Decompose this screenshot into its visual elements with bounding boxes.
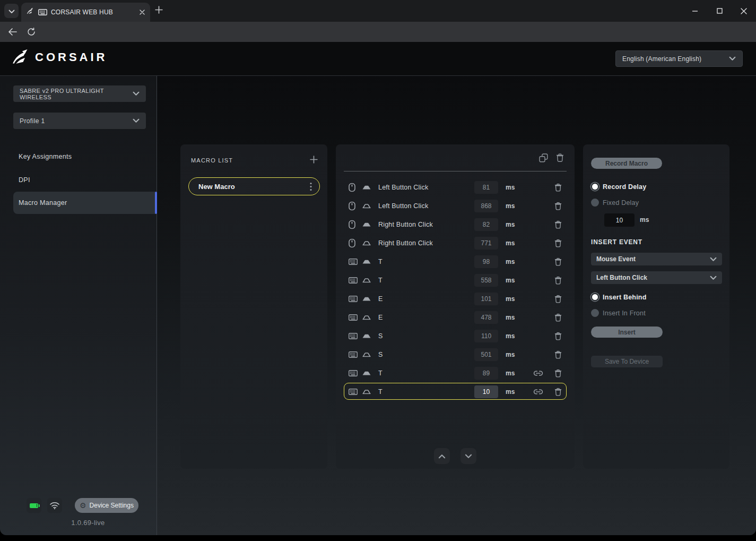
delay-input[interactable]: 478 [474, 311, 498, 324]
macro-event-row[interactable]: Left Button Click81ms [336, 178, 575, 196]
macro-event-row[interactable]: S110ms [336, 327, 575, 345]
delete-event-button[interactable] [554, 350, 562, 359]
nav-label: Macro Manager [19, 199, 67, 207]
record-delay-label: Record Delay [603, 183, 646, 191]
trash-icon[interactable] [556, 153, 564, 162]
save-to-device-button[interactable]: Save To Device [591, 356, 663, 367]
move-down-button[interactable] [460, 448, 476, 464]
battery-icon [30, 503, 38, 508]
new-tab-button[interactable] [155, 6, 163, 14]
keyboard-icon [349, 314, 358, 321]
main-content: MACRO LIST New Macro [157, 76, 756, 535]
device-selector[interactable]: SABRE v2 PRO ULTRALIGHT WIRELESS [13, 85, 146, 102]
macro-event-row[interactable]: T558ms [336, 271, 575, 289]
insert-behind-option[interactable]: Insert Behind [591, 293, 646, 301]
sidebar-item-dpi[interactable]: DPI [0, 168, 157, 192]
macro-event-row[interactable]: E101ms [336, 289, 575, 308]
back-button[interactable] [5, 22, 19, 42]
delay-input[interactable]: 82 [474, 218, 498, 231]
device-value: SABRE v2 PRO ULTRALIGHT WIRELESS [20, 88, 133, 100]
macro-list-title: MACRO LIST [191, 157, 233, 164]
corsair-sails-icon [12, 49, 31, 65]
sidebar-item-macro-manager[interactable]: Macro Manager [13, 192, 157, 214]
insert-button[interactable]: Insert [591, 327, 663, 338]
sidebar-item-key-assignments[interactable]: Key Assignments [0, 145, 157, 168]
delay-input[interactable]: 110 [474, 330, 498, 342]
keyboard-icon [349, 296, 358, 302]
window-maximize-button[interactable] [707, 0, 732, 22]
delete-event-button[interactable] [554, 257, 562, 266]
device-settings-button[interactable]: ⚙ Device Settings [75, 498, 138, 513]
chevron-down-icon [133, 118, 140, 123]
macro-event-row[interactable]: T10ms [336, 382, 575, 401]
delete-event-button[interactable] [554, 238, 562, 247]
macro-event-row[interactable]: Right Button Click82ms [336, 215, 575, 234]
event-label: Left Button Click [378, 184, 428, 191]
keyboard-icon [349, 370, 358, 376]
fixed-delay-input[interactable]: 10 [604, 213, 635, 227]
record-insert-panel: Record Macro Record Delay Fixed Delay 10… [583, 144, 729, 469]
macro-event-row[interactable]: E478ms [336, 308, 575, 327]
link-icon[interactable] [533, 388, 544, 395]
macro-event-row[interactable]: T98ms [336, 252, 575, 271]
delay-unit: ms [506, 184, 515, 191]
delete-event-button[interactable] [554, 220, 562, 229]
nav-label: DPI [19, 176, 30, 184]
wireless-status [47, 498, 62, 513]
profile-selector[interactable]: Profile 1 [13, 113, 146, 129]
delay-input[interactable]: 98 [474, 255, 498, 268]
macro-event-row[interactable]: Right Button Click771ms [336, 234, 575, 252]
macro-event-row[interactable]: T89ms [336, 364, 575, 382]
chevron-down-icon [133, 91, 140, 96]
delay-unit: ms [506, 351, 515, 358]
add-macro-button[interactable] [310, 156, 318, 164]
delay-input[interactable]: 501 [474, 348, 498, 361]
delay-input[interactable]: 10 [474, 385, 498, 398]
delete-event-button[interactable] [554, 183, 562, 192]
keyboard-icon [349, 333, 358, 339]
window-close-button[interactable] [732, 0, 756, 22]
tab-close-icon[interactable] [140, 10, 145, 15]
delay-input[interactable]: 101 [474, 293, 498, 305]
delay-input[interactable]: 868 [474, 200, 498, 212]
delay-input[interactable]: 558 [474, 274, 498, 287]
macro-event-row[interactable]: S501ms [336, 345, 575, 364]
device-settings-label: Device Settings [90, 502, 134, 509]
insert-in-front-option[interactable]: Insert In Front [591, 309, 646, 317]
key-press-icon [362, 333, 371, 338]
delay-input[interactable]: 81 [474, 181, 498, 194]
delete-event-button[interactable] [554, 368, 562, 377]
delete-event-button[interactable] [554, 387, 562, 396]
macro-event-row[interactable]: Left Button Click868ms [336, 196, 575, 215]
fixed-delay-unit: ms [640, 216, 649, 224]
move-up-button[interactable] [434, 448, 450, 464]
macro-list-item[interactable]: New Macro [188, 177, 320, 195]
event-action-value: Left Button Click [596, 274, 710, 281]
delete-event-button[interactable] [554, 331, 562, 340]
fixed-delay-option[interactable]: Fixed Delay [591, 199, 639, 207]
delete-event-button[interactable] [554, 276, 562, 285]
delay-input[interactable]: 771 [474, 237, 498, 250]
browser-tab[interactable]: CORSAIR WEB HUB [21, 3, 150, 22]
delay-input[interactable]: 89 [474, 367, 498, 380]
window-minimize-button[interactable] [683, 0, 707, 22]
event-label: Right Button Click [378, 239, 433, 247]
duplicate-icon[interactable] [539, 153, 548, 162]
event-type-dropdown[interactable]: Mouse Event [591, 253, 722, 265]
delay-unit: ms [506, 258, 515, 265]
record-delay-option[interactable]: Record Delay [591, 183, 646, 191]
language-selector[interactable]: English (American English) [615, 50, 743, 67]
event-label: E [378, 295, 383, 303]
delete-event-button[interactable] [554, 313, 562, 322]
brand-text: CORSAIR [35, 50, 107, 64]
kebab-menu-icon[interactable] [307, 180, 315, 193]
link-icon[interactable] [533, 370, 544, 376]
event-action-dropdown[interactable]: Left Button Click [591, 271, 722, 284]
tab-search-button[interactable] [4, 4, 19, 18]
refresh-button[interactable] [24, 22, 38, 42]
event-label: T [378, 258, 383, 265]
delay-unit: ms [506, 221, 515, 228]
delete-event-button[interactable] [554, 294, 562, 303]
record-macro-button[interactable]: Record Macro [591, 158, 662, 169]
delete-event-button[interactable] [554, 201, 562, 210]
